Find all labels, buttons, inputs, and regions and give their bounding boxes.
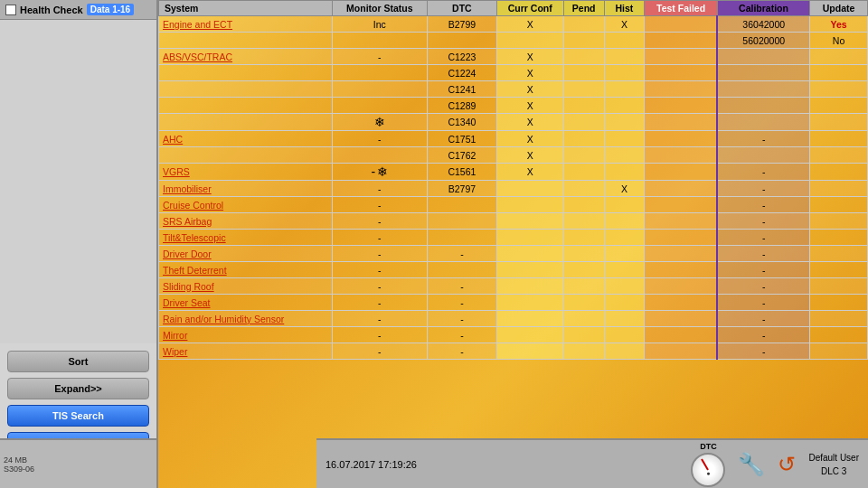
table-row-system[interactable]: Sliding Roof — [159, 278, 333, 295]
table-row-update — [810, 147, 868, 164]
table-row: C1224X — [159, 65, 868, 81]
refresh-icon[interactable]: ↺ — [778, 452, 796, 477]
table-row-pend — [563, 16, 604, 33]
table-row-system[interactable]: VGRS — [159, 164, 333, 181]
table-row-system[interactable]: Mirror — [159, 327, 333, 343]
table-row-hist — [604, 131, 645, 147]
tis-search-button[interactable]: TIS Search — [7, 405, 149, 427]
table-row-monitor — [332, 98, 427, 114]
table-row: SRS Airbag-- — [159, 213, 868, 230]
table-row-curr-conf — [496, 327, 563, 343]
col-header-monitor: Monitor Status — [332, 1, 427, 16]
table-row-dtc — [428, 197, 497, 213]
table-row-system[interactable]: Theft Deterrent — [159, 262, 333, 278]
sort-button[interactable]: Sort — [7, 351, 149, 372]
col-header-dtc: DTC — [428, 1, 497, 16]
table-row-curr-conf — [496, 33, 563, 49]
table-row-dtc: C1224 — [428, 65, 497, 81]
table-row-system[interactable]: Rain and/or Humidity Sensor — [159, 311, 333, 327]
table-row: C1289X — [159, 98, 868, 114]
sidebar-checkbox[interactable] — [5, 5, 16, 15]
table-row-calibration — [717, 147, 809, 164]
table-row-monitor: -❄ — [332, 164, 427, 181]
table-row-hist — [604, 114, 645, 131]
table-row-hist — [604, 343, 645, 360]
table-row: AHC-C1751X- — [159, 131, 868, 147]
table-row-dtc: - — [428, 278, 497, 295]
table-row-system[interactable]: AHC — [159, 131, 333, 147]
table-row-system[interactable]: Wiper — [159, 343, 333, 360]
table-row-dtc — [428, 213, 497, 230]
table-row-hist — [604, 147, 645, 164]
table-row-hist — [604, 278, 645, 295]
table-row-update — [810, 164, 868, 181]
data-range-label: Data 1-16 — [87, 4, 134, 15]
table-row-test-failed — [645, 16, 718, 33]
table-row-calibration — [717, 114, 809, 131]
table-row: ❄C1340X — [159, 114, 868, 131]
table-row-test-failed — [645, 65, 718, 81]
table-row-curr-conf — [496, 230, 563, 246]
table-row-system[interactable]: Cruise Control — [159, 197, 333, 213]
table-row-test-failed — [645, 114, 718, 131]
table-row-system — [159, 33, 333, 49]
table-row-pend — [563, 98, 604, 114]
table-row-pend — [563, 343, 604, 360]
table-row-curr-conf — [496, 246, 563, 262]
table-row-system[interactable]: Driver Door — [159, 246, 333, 262]
table-row-hist — [604, 49, 645, 65]
table-row-pend — [563, 81, 604, 98]
table-row-test-failed — [645, 98, 718, 114]
table-row: Wiper--- — [159, 343, 868, 360]
table-row-monitor — [332, 33, 427, 49]
table-row-monitor: - — [332, 311, 427, 327]
table-row-system[interactable]: ABS/VSC/TRAC — [159, 49, 333, 65]
table-row-curr-conf: X — [496, 131, 563, 147]
table-row-dtc: - — [428, 246, 497, 262]
col-header-test-failed: Test Failed — [645, 1, 718, 16]
table-row-calibration: - — [717, 327, 809, 343]
table-row-monitor: - — [332, 246, 427, 262]
table-row-monitor: ❄ — [332, 114, 427, 131]
table-row: Theft Deterrent-- — [159, 262, 868, 278]
table-row-system[interactable]: Tilt&Telescopic — [159, 230, 333, 246]
table-row-calibration: - — [717, 343, 809, 360]
table-row-calibration: - — [717, 295, 809, 311]
table-row-system[interactable]: Engine and ECT — [159, 16, 333, 33]
table-row-calibration — [717, 49, 809, 65]
table-row-curr-conf: X — [496, 147, 563, 164]
table-row-update — [810, 181, 868, 197]
refresh-icon-container[interactable]: ↺ — [778, 452, 796, 477]
table-row-monitor: - — [332, 131, 427, 147]
table-row-calibration: - — [717, 164, 809, 181]
table-row-update — [810, 278, 868, 295]
table-row-pend — [563, 327, 604, 343]
table-row-system[interactable]: SRS Airbag — [159, 213, 333, 230]
table-row-hist — [604, 164, 645, 181]
table-row-pend — [563, 213, 604, 230]
version-label: S309-06 — [4, 465, 153, 474]
table-row-hist: X — [604, 16, 645, 33]
table-row-test-failed — [645, 262, 718, 278]
table-row-system[interactable]: Immobiliser — [159, 181, 333, 197]
table-row-test-failed — [645, 213, 718, 230]
wrench-icon-container: 🔧 — [738, 452, 765, 477]
table-row-monitor: - — [332, 327, 427, 343]
main-content: System Monitor Status DTC Curr Conf Pend… — [158, 0, 868, 488]
table-row-test-failed — [645, 230, 718, 246]
table-row-update — [810, 327, 868, 343]
expand-button[interactable]: Expand>> — [7, 378, 149, 399]
table-row-monitor: - — [332, 262, 427, 278]
table-row-calibration: - — [717, 181, 809, 197]
table-row-dtc: C1751 — [428, 131, 497, 147]
table-row-calibration: - — [717, 278, 809, 295]
table-row: Sliding Roof--- — [159, 278, 868, 295]
table-row: Rain and/or Humidity Sensor--- — [159, 311, 868, 327]
default-user-label: Default User — [808, 453, 859, 463]
table-row-curr-conf — [496, 295, 563, 311]
table-row-dtc: B2797 — [428, 181, 497, 197]
table-row-system[interactable]: Driver Seat — [159, 295, 333, 311]
table-row-hist — [604, 311, 645, 327]
table-row: Mirror--- — [159, 327, 868, 343]
table-row-monitor — [332, 81, 427, 98]
